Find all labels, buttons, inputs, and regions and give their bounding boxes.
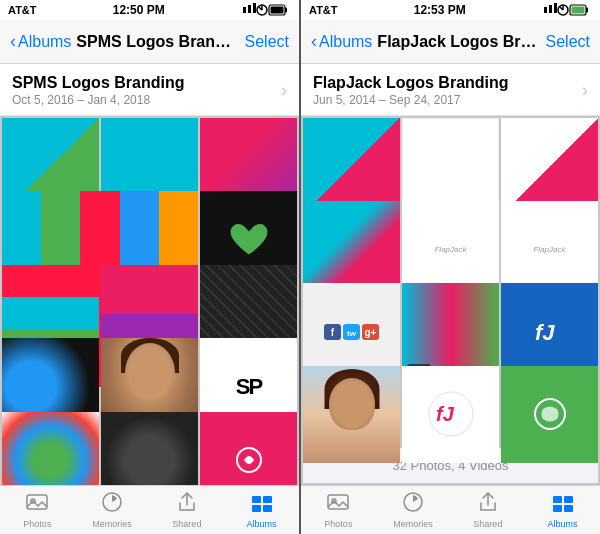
svg-text:tw: tw [347, 329, 357, 338]
albums-icon-right [552, 491, 574, 517]
memories-icon-right [402, 491, 424, 517]
svg-rect-13 [252, 496, 261, 503]
carrier-right: AT&T [309, 4, 338, 16]
shared-icon-left [176, 491, 198, 517]
photo-cell[interactable] [200, 412, 297, 485]
svg-marker-1 [248, 5, 251, 13]
album-header-left: SPMS Logos Branding Oct 5, 2016 – Jan 4,… [0, 64, 299, 116]
sp-logo: SP [236, 374, 261, 400]
album-date-left: Oct 5, 2016 – Jan 4, 2018 [12, 93, 184, 107]
left-phone: AT&T 12:50 PM ‹ Albums SPMS Logos Brandi… [0, 0, 299, 534]
tab-shared-left[interactable]: Shared [150, 491, 225, 529]
album-name-left: SPMS Logos Branding [12, 74, 184, 92]
svg-rect-24 [586, 8, 588, 13]
nav-bar-left: ‹ Albums SPMS Logos Branding Select [0, 20, 299, 64]
carrier-left: AT&T [8, 4, 37, 16]
svg-text:fJ: fJ [436, 403, 455, 425]
photo-cell-fj-green[interactable] [501, 366, 598, 463]
tab-label-albums-right: Albums [548, 519, 578, 529]
time-right: 12:53 PM [414, 3, 466, 17]
tab-photos-right[interactable]: Photos [301, 491, 376, 529]
tab-label-shared-left: Shared [172, 519, 201, 529]
tab-shared-right[interactable]: Shared [451, 491, 526, 529]
memories-icon [101, 491, 123, 517]
svg-rect-25 [571, 7, 584, 14]
chevron-left-icon-right: ‹ [311, 31, 317, 52]
nav-title-left: SPMS Logos Branding [71, 33, 244, 51]
nav-bar-right: ‹ Albums FlapJack Logos Branding Select [301, 20, 600, 64]
svg-rect-41 [564, 505, 573, 512]
svg-rect-7 [285, 8, 287, 13]
chevron-right-icon-left: › [281, 80, 287, 101]
tab-albums-right[interactable]: Albums [525, 491, 600, 529]
status-icons-right [542, 3, 592, 17]
time-left: 12:50 PM [113, 3, 165, 17]
tab-bar-right: Photos Memories Shared Albums [301, 485, 600, 534]
tab-label-albums-left: Albums [247, 519, 277, 529]
status-bar-left: AT&T 12:50 PM [0, 0, 299, 20]
right-phone: AT&T 12:53 PM ‹ Albums FlapJack Logos Br… [301, 0, 600, 534]
select-button-right[interactable]: Select [546, 33, 590, 51]
photos-icon [26, 491, 48, 517]
album-header-right: FlapJack Logos Branding Jun 5, 2014 – Se… [301, 64, 600, 116]
album-name-right: FlapJack Logos Branding [313, 74, 509, 92]
photos-icon-right [327, 491, 349, 517]
tab-albums-left[interactable]: Albums [224, 491, 299, 529]
photo-cell[interactable] [2, 412, 99, 485]
svg-marker-2 [253, 3, 256, 13]
svg-rect-15 [252, 505, 261, 512]
svg-rect-35 [328, 495, 348, 509]
back-button-right[interactable]: ‹ Albums [311, 32, 372, 52]
svg-marker-17 [544, 7, 547, 13]
svg-text:g+: g+ [365, 327, 377, 338]
svg-rect-16 [263, 505, 272, 512]
shared-icon-right [477, 491, 499, 517]
album-date-right: Jun 5, 2014 – Sep 24, 2017 [313, 93, 509, 107]
album-header-info-right: FlapJack Logos Branding Jun 5, 2014 – Se… [313, 74, 509, 107]
chevron-left-icon: ‹ [10, 31, 16, 52]
back-label-right: Albums [319, 33, 372, 51]
album-header-info-left: SPMS Logos Branding Oct 5, 2016 – Jan 4,… [12, 74, 184, 107]
tab-memories-left[interactable]: Memories [75, 491, 150, 529]
tab-photos-left[interactable]: Photos [0, 491, 75, 529]
svg-rect-38 [553, 496, 562, 503]
svg-rect-8 [270, 7, 283, 14]
svg-marker-19 [554, 3, 557, 13]
chevron-right-icon-right: › [582, 80, 588, 101]
albums-icon-left [251, 491, 273, 517]
tab-label-photos-left: Photos [23, 519, 51, 529]
nav-title-right: FlapJack Logos Branding [372, 33, 545, 51]
photo-cell-fj-portrait[interactable] [303, 366, 400, 463]
tab-label-shared-right: Shared [473, 519, 502, 529]
tab-memories-right[interactable]: Memories [376, 491, 451, 529]
tab-bar-left: Photos Memories Shared Albums [0, 485, 299, 534]
svg-text:fJ: fJ [535, 320, 555, 345]
svg-rect-40 [553, 505, 562, 512]
status-bar-right: AT&T 12:53 PM [301, 0, 600, 20]
select-button-left[interactable]: Select [245, 33, 289, 51]
photo-cell[interactable] [101, 412, 198, 485]
tab-label-memories-left: Memories [92, 519, 132, 529]
svg-rect-10 [27, 495, 47, 509]
tab-label-memories-right: Memories [393, 519, 433, 529]
svg-rect-14 [263, 496, 272, 503]
tab-label-photos-right: Photos [324, 519, 352, 529]
photo-grid-left: 0:04 SP [0, 116, 299, 485]
status-icons-left [241, 3, 291, 17]
svg-marker-0 [243, 7, 246, 13]
svg-rect-39 [564, 496, 573, 503]
photo-cell-fj-logo-center[interactable]: fJ [402, 366, 499, 463]
photo-grid-right: FlapJack FlapJack f tw g+ [301, 116, 600, 485]
back-label-left: Albums [18, 33, 71, 51]
svg-marker-18 [549, 5, 552, 13]
back-button-left[interactable]: ‹ Albums [10, 32, 71, 52]
